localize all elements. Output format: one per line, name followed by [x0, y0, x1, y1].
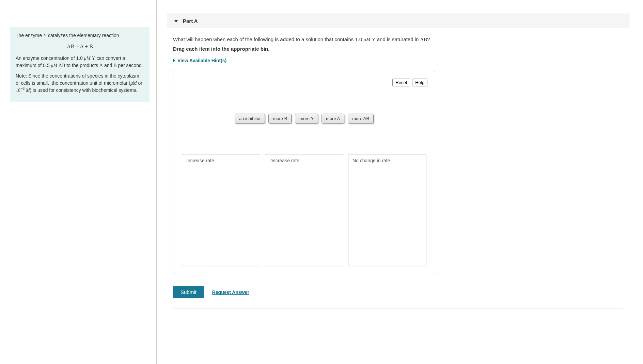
drag-item-more-a[interactable]: more A — [322, 114, 344, 123]
note-text: Note: Since the concentrations of specie… — [16, 72, 144, 94]
question-text: What will happen when each of the follow… — [173, 36, 623, 43]
bins-row: Increase rate Decrease rate No change in… — [181, 154, 427, 266]
request-answer-link[interactable]: Request Answer — [212, 289, 249, 295]
info-box: The enzyme Y catalyzes the elementary re… — [10, 27, 150, 102]
bin-increase-rate[interactable]: Increase rate — [182, 154, 260, 266]
text: The enzyme — [16, 33, 43, 38]
part-a-header[interactable]: Part A — [167, 14, 629, 28]
drag-item-more-b[interactable]: more B — [268, 114, 292, 123]
enzyme-convert-text: An enzyme concentration of 1.0 μM Y can … — [16, 55, 144, 69]
bin-decrease-rate[interactable]: Decrease rate — [265, 154, 343, 266]
text: catalyzes the elementary reaction — [47, 33, 119, 38]
bin-label: Increase rate — [186, 158, 214, 163]
chevron-right-icon — [173, 59, 175, 62]
view-hints-link[interactable]: View Available Hint(s) — [173, 58, 623, 63]
bin-no-change[interactable]: No change in rate — [348, 154, 426, 266]
submit-button[interactable]: Submit — [173, 286, 204, 298]
drag-item-more-y[interactable]: more Y — [295, 114, 318, 123]
enzyme-symbol: Y — [43, 33, 47, 38]
drag-items-row: an inhibitor more B more Y more A more A… — [181, 114, 427, 123]
intro-line: The enzyme Y catalyzes the elementary re… — [16, 32, 144, 39]
hints-label: View Available Hint(s) — [177, 58, 226, 63]
part-title: Part A — [183, 18, 198, 24]
question-panel: Part A What will happen when each of the… — [157, 0, 643, 364]
reaction-equation: AB→A + B — [16, 43, 144, 51]
drag-item-inhibitor[interactable]: an inhibitor — [235, 114, 265, 123]
help-button[interactable]: Help — [412, 79, 427, 86]
reset-button[interactable]: Reset — [392, 79, 410, 86]
drag-drop-activity: Reset Help an inhibitor more B more Y mo… — [173, 71, 435, 274]
bin-label: No change in rate — [352, 158, 390, 163]
instruction-text: Drag each item into the appropriate bin. — [173, 46, 623, 52]
chevron-down-icon — [174, 20, 178, 22]
info-panel: The enzyme Y catalyzes the elementary re… — [0, 0, 157, 364]
bin-label: Decrease rate — [269, 158, 299, 163]
drag-item-more-ab[interactable]: more AB — [348, 114, 374, 123]
divider — [173, 309, 623, 309]
